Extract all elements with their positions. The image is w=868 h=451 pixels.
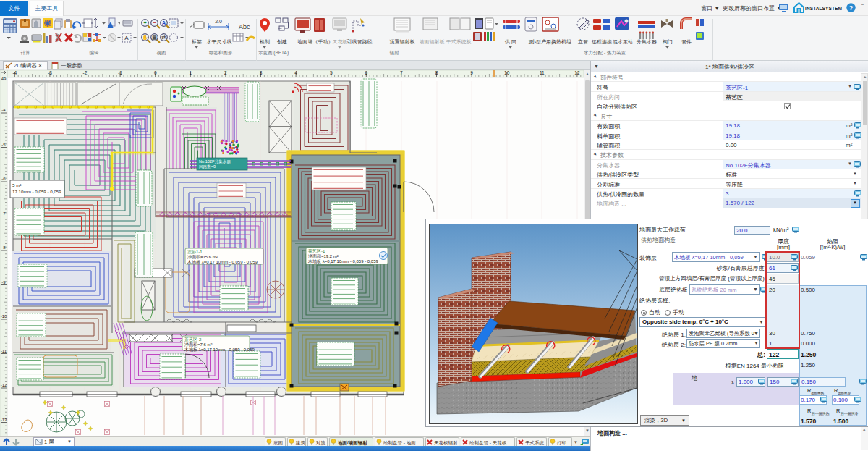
svg-text:-6: -6 [1, 177, 6, 181]
svg-text:木地板 λ=0,17 10mm - 0,059 - 0,05: 木地板 λ=0,17 10mm - 0,059 - 0,059 [184, 347, 255, 352]
svg-text:5: 5 [330, 70, 333, 75]
svg-text:7: 7 [400, 70, 403, 75]
svg-text:混水泵站: 混水泵站 [612, 39, 633, 45]
svg-text:木地板 λ=0,17 10mm - 0,059 - 0,05: 木地板 λ=0,17 10mm - 0,059 - 0,059 [307, 259, 379, 264]
svg-text:茶艺区-1: 茶艺区-1 [308, 248, 326, 253]
svg-text:-1: -1 [118, 70, 122, 75]
svg-text:净面积=19.2 m²: 净面积=19.2 m² [308, 253, 339, 259]
svg-text:-8: -8 [1, 245, 6, 250]
svg-text:-3: -3 [48, 70, 52, 75]
svg-text:茶艺区-2: 茶艺区-2 [184, 337, 202, 342]
svg-text:No.102F分集水器: No.102F分集水器 [199, 159, 231, 164]
svg-text:管件: 管件 [681, 39, 692, 45]
svg-text:-10: -10 [1, 314, 7, 319]
svg-text:木地板 λ=0,17 10mm - 0,059 - 0,05: 木地板 λ=0,17 10mm - 0,059 - 0,059 [187, 260, 258, 264]
svg-text:49: 49 [1, 77, 7, 81]
svg-text:-4: -4 [1, 108, 6, 112]
svg-text:?: ? [849, 4, 854, 12]
svg-text:10: 10 [504, 70, 510, 75]
svg-text:5 m²: 5 m² [12, 182, 21, 187]
svg-text:-13: -13 [1, 418, 7, 422]
svg-text:0: 0 [154, 70, 157, 75]
svg-text:3: 3 [260, 70, 263, 75]
svg-text:次卧1-1: 次卧1-1 [187, 249, 203, 254]
svg-text:12: 12 [574, 70, 580, 75]
svg-text:9: 9 [470, 70, 473, 75]
svg-text:-4: -4 [12, 70, 17, 75]
svg-text:远程连接: 远程连接 [592, 39, 612, 45]
svg-text:-5: -5 [1, 143, 6, 147]
svg-text:4: 4 [294, 70, 297, 75]
svg-text:-12: -12 [1, 383, 7, 387]
svg-text:阀门: 阀门 [663, 39, 673, 45]
svg-text:6: 6 [365, 70, 367, 75]
svg-text:17 10mm - 0,059 - 0,059: 17 10mm - 0,059 - 0,059 [12, 189, 61, 194]
svg-text:-11: -11 [1, 349, 7, 353]
svg-text:-2: -2 [83, 70, 88, 75]
svg-text:-9: -9 [1, 280, 6, 284]
svg-text:分集水器: 分集水器 [636, 39, 657, 45]
svg-text:净面积=15.6 m²: 净面积=15.6 m² [187, 254, 218, 260]
svg-text:1: 1 [189, 70, 192, 75]
svg-text:8: 8 [435, 70, 438, 75]
svg-text:11: 11 [540, 70, 545, 75]
svg-text:2: 2 [224, 70, 227, 75]
svg-text:-7: -7 [1, 211, 6, 216]
svg-text:回路数=9: 回路数=9 [199, 164, 216, 169]
svg-text:净面积=7.6 m²: 净面积=7.6 m² [184, 342, 213, 347]
